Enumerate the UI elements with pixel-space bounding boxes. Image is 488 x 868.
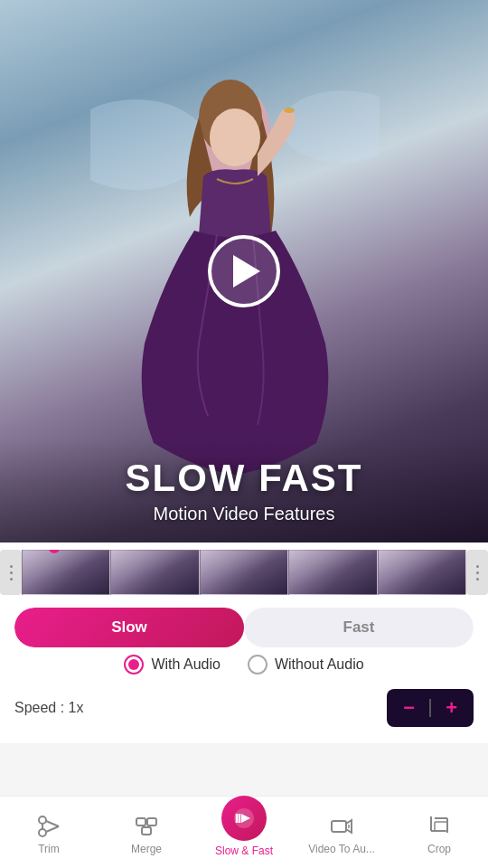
handle-line xyxy=(10,578,13,580)
svg-point-4 xyxy=(210,108,260,166)
timeline-thumb xyxy=(288,550,377,595)
svg-rect-11 xyxy=(136,818,145,826)
with-audio-radio xyxy=(124,655,144,675)
svg-line-9 xyxy=(46,826,59,832)
timeline-thumb xyxy=(200,550,288,595)
svg-point-7 xyxy=(39,829,46,836)
without-audio-option[interactable]: Without Audio xyxy=(248,655,364,675)
handle-line xyxy=(10,565,13,568)
nav-item-video-to-audio[interactable]: Video To Au... xyxy=(293,805,390,855)
without-audio-radio xyxy=(248,655,267,675)
audio-toggle-row: With Audio Without Audio xyxy=(0,655,488,675)
video-to-audio-label: Video To Au... xyxy=(308,843,375,855)
play-button[interactable] xyxy=(208,235,280,307)
speed-toggle: Slow Fast xyxy=(14,608,474,647)
handle-line xyxy=(476,571,479,574)
svg-line-8 xyxy=(46,821,59,826)
svg-point-6 xyxy=(39,816,46,824)
bottom-nav: Trim Merge Slow & Fast xyxy=(0,796,488,868)
trim-label: Trim xyxy=(38,843,60,855)
timeline-handle-left[interactable] xyxy=(0,550,22,595)
timeline-thumb xyxy=(22,550,110,595)
without-audio-label: Without Audio xyxy=(275,656,364,673)
speed-row: Speed : 1x − + xyxy=(0,682,488,734)
nav-item-crop[interactable]: Crop xyxy=(390,805,488,855)
speed-adjuster: − + xyxy=(387,689,474,727)
timeline-row xyxy=(0,542,488,599)
controls-area: Slow Fast With Audio Without Audio Speed… xyxy=(0,542,488,743)
nav-item-merge[interactable]: Merge xyxy=(98,805,195,855)
merge-label: Merge xyxy=(131,843,162,855)
svg-rect-27 xyxy=(435,822,447,831)
video-title-sub: Motion Video Features xyxy=(18,504,470,524)
slow-button[interactable]: Slow xyxy=(14,608,244,647)
play-icon xyxy=(233,255,260,288)
with-audio-label: With Audio xyxy=(151,656,220,673)
radio-fill xyxy=(128,659,139,670)
title-overlay: SLOW FAST Motion Video Features xyxy=(0,439,488,542)
speed-divider xyxy=(429,699,431,717)
nav-item-trim[interactable]: Trim xyxy=(0,805,98,855)
fast-button[interactable]: Fast xyxy=(244,608,474,647)
svg-rect-13 xyxy=(142,827,151,835)
video-preview: SLOW FAST Motion Video Features xyxy=(0,0,488,542)
handle-line xyxy=(10,571,13,574)
speed-decrease-button[interactable]: − xyxy=(403,696,415,720)
timeline-handle-right[interactable] xyxy=(466,550,488,595)
nav-item-slow-fast[interactable]: Slow & Fast xyxy=(195,803,293,857)
timeline-strip[interactable] xyxy=(22,550,466,595)
timeline-thumb xyxy=(378,550,466,595)
handle-line xyxy=(476,565,479,568)
trim-icon xyxy=(36,814,61,839)
video-to-audio-icon xyxy=(329,814,354,839)
handle-line xyxy=(476,578,479,580)
timeline-thumb xyxy=(110,550,199,595)
crop-label: Crop xyxy=(427,843,451,855)
slow-fast-label: Slow & Fast xyxy=(215,844,273,857)
merge-icon xyxy=(134,814,159,839)
svg-point-1 xyxy=(280,90,380,163)
svg-point-5 xyxy=(284,108,295,113)
svg-rect-20 xyxy=(332,821,346,832)
speed-label: Speed : 1x xyxy=(14,700,84,716)
speed-increase-button[interactable]: + xyxy=(446,696,457,720)
with-audio-option[interactable]: With Audio xyxy=(124,655,220,675)
crop-icon xyxy=(427,814,452,839)
video-title-main: SLOW FAST xyxy=(18,457,470,500)
svg-rect-12 xyxy=(147,818,156,826)
slow-fast-icon xyxy=(221,796,267,841)
